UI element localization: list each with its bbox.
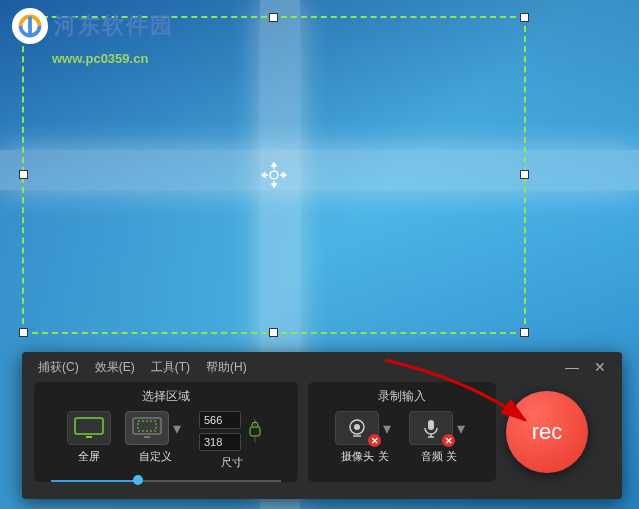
menu-tool[interactable]: 工具(T) bbox=[143, 355, 198, 380]
audio-label: 音频 关 bbox=[421, 449, 457, 464]
input-group: 录制输入 ✕ ▾ 摄像头 关 bbox=[308, 382, 496, 482]
resize-handle-bc[interactable] bbox=[269, 328, 278, 337]
camera-toggle-button[interactable]: ✕ bbox=[335, 411, 379, 445]
resize-handle-tr[interactable] bbox=[520, 13, 529, 22]
custom-region-label: 自定义 bbox=[139, 449, 172, 464]
aspect-lock-button[interactable] bbox=[245, 412, 265, 450]
lock-icon bbox=[247, 415, 263, 447]
svg-rect-11 bbox=[428, 420, 434, 430]
audio-off-badge-icon: ✕ bbox=[442, 434, 455, 447]
region-group: 选择区域 全屏 ▾ 自定义 bbox=[34, 382, 298, 482]
resize-handle-ml[interactable] bbox=[19, 170, 28, 179]
resize-handle-mr[interactable] bbox=[520, 170, 529, 179]
svg-point-2 bbox=[270, 171, 278, 179]
svg-rect-3 bbox=[75, 418, 103, 434]
svg-rect-5 bbox=[133, 418, 161, 434]
menubar: 捕获(C) 效果(E) 工具(T) 帮助(H) — ✕ bbox=[22, 352, 622, 382]
webcam-icon bbox=[346, 417, 368, 439]
audio-toggle-button[interactable]: ✕ bbox=[409, 411, 453, 445]
custom-region-button[interactable] bbox=[125, 411, 169, 445]
resize-handle-bl[interactable] bbox=[19, 328, 28, 337]
resize-handle-tc[interactable] bbox=[269, 13, 278, 22]
close-button[interactable]: ✕ bbox=[586, 359, 614, 375]
microphone-icon bbox=[420, 417, 442, 439]
svg-rect-4 bbox=[86, 436, 92, 438]
svg-rect-7 bbox=[144, 436, 150, 438]
watermark: 河东软件园 www.pc0359.cn bbox=[10, 6, 174, 66]
minimize-button[interactable]: — bbox=[558, 359, 586, 375]
camera-label: 摄像头 关 bbox=[341, 449, 388, 464]
camera-off-badge-icon: ✕ bbox=[368, 434, 381, 447]
menu-capture[interactable]: 捕获(C) bbox=[30, 355, 87, 380]
size-label: 尺寸 bbox=[221, 455, 243, 470]
site-brand-text: 河东软件园 bbox=[54, 11, 174, 41]
record-button[interactable]: rec bbox=[506, 391, 588, 473]
audio-dropdown[interactable]: ▾ bbox=[453, 411, 469, 445]
monitor-icon bbox=[74, 417, 104, 439]
camera-dropdown[interactable]: ▾ bbox=[379, 411, 395, 445]
site-url: www.pc0359.cn bbox=[52, 51, 174, 66]
fullscreen-label: 全屏 bbox=[78, 449, 100, 464]
record-button-label: rec bbox=[532, 419, 563, 445]
move-crosshair-icon[interactable] bbox=[261, 162, 287, 188]
monitor-dashed-icon bbox=[132, 417, 162, 439]
input-group-title: 录制输入 bbox=[378, 388, 426, 405]
svg-rect-1 bbox=[28, 17, 32, 36]
svg-point-10 bbox=[354, 424, 360, 430]
resize-handle-br[interactable] bbox=[520, 328, 529, 337]
svg-rect-8 bbox=[250, 427, 260, 436]
recorder-panel: 捕获(C) 效果(E) 工具(T) 帮助(H) — ✕ 选择区域 全屏 bbox=[22, 352, 622, 499]
custom-region-dropdown[interactable]: ▾ bbox=[169, 411, 185, 445]
height-input[interactable] bbox=[199, 433, 241, 451]
width-input[interactable] bbox=[199, 411, 241, 429]
site-logo-icon bbox=[10, 6, 50, 46]
menu-effect[interactable]: 效果(E) bbox=[87, 355, 143, 380]
menu-help[interactable]: 帮助(H) bbox=[198, 355, 255, 380]
svg-rect-6 bbox=[138, 421, 156, 431]
region-group-title: 选择区域 bbox=[142, 388, 190, 405]
fullscreen-button[interactable] bbox=[67, 411, 111, 445]
